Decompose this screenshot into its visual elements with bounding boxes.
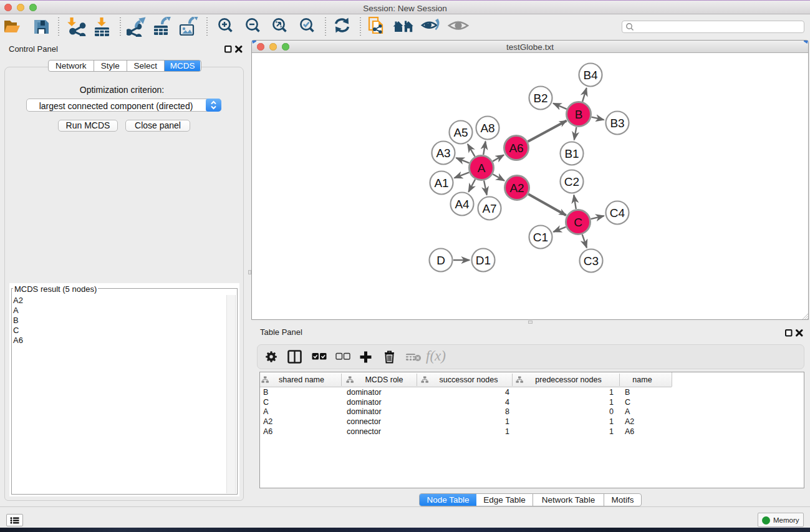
- svg-text:B2: B2: [533, 92, 547, 105]
- svg-text:A3: A3: [436, 147, 450, 160]
- svg-text:C3: C3: [584, 254, 599, 268]
- svg-text:A6: A6: [509, 142, 523, 155]
- svg-text:B4: B4: [583, 69, 598, 82]
- svg-text:B3: B3: [610, 117, 624, 130]
- svg-text:C: C: [574, 216, 582, 229]
- svg-text:A7: A7: [482, 202, 496, 215]
- svg-text:A8: A8: [480, 122, 494, 135]
- svg-text:B: B: [575, 108, 583, 121]
- svg-text:C2: C2: [564, 175, 579, 188]
- svg-text:A: A: [478, 162, 486, 175]
- svg-text:A5: A5: [453, 126, 468, 139]
- svg-text:C4: C4: [610, 206, 625, 220]
- svg-text:A1: A1: [434, 177, 448, 190]
- svg-text:A4: A4: [455, 198, 470, 211]
- svg-text:A2: A2: [509, 181, 524, 195]
- svg-text:D1: D1: [476, 254, 491, 267]
- svg-text:C1: C1: [533, 231, 548, 244]
- svg-text:B1: B1: [564, 147, 579, 160]
- svg-text:D: D: [436, 254, 445, 267]
